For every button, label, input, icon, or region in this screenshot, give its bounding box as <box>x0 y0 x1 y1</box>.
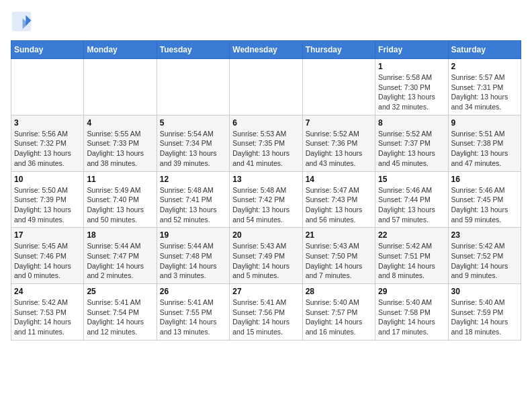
day-number: 9 <box>451 118 518 128</box>
calendar-cell: 10Sunrise: 5:50 AMSunset: 7:39 PMDayligh… <box>11 171 84 228</box>
day-number: 27 <box>232 287 299 296</box>
calendar-cell: 30Sunrise: 5:40 AMSunset: 7:59 PMDayligh… <box>448 284 521 340</box>
calendar-cell: 8Sunrise: 5:52 AMSunset: 7:37 PMDaylight… <box>375 115 448 171</box>
day-info: Sunrise: 5:56 AMSunset: 7:32 PMDaylight:… <box>14 129 81 169</box>
calendar-cell: 1Sunrise: 5:58 AMSunset: 7:30 PMDaylight… <box>375 59 448 116</box>
calendar-cell: 19Sunrise: 5:44 AMSunset: 7:48 PMDayligh… <box>157 228 229 284</box>
day-number: 11 <box>87 175 153 184</box>
day-number: 19 <box>160 230 226 240</box>
calendar-cell: 15Sunrise: 5:46 AMSunset: 7:44 PMDayligh… <box>375 171 448 228</box>
calendar-table: SundayMondayTuesdayWednesdayThursdayFrid… <box>11 40 521 340</box>
calendar-header-wednesday: Wednesday <box>230 41 302 59</box>
day-number: 10 <box>14 175 81 184</box>
day-number: 5 <box>160 118 226 128</box>
calendar-cell: 7Sunrise: 5:52 AMSunset: 7:36 PMDaylight… <box>302 115 375 171</box>
day-number: 2 <box>451 62 518 71</box>
day-info: Sunrise: 5:41 AMSunset: 7:56 PMDaylight:… <box>232 298 299 337</box>
day-info: Sunrise: 5:48 AMSunset: 7:41 PMDaylight:… <box>160 185 226 225</box>
logo-icon <box>11 11 32 32</box>
page-header <box>11 11 521 32</box>
day-info: Sunrise: 5:40 AMSunset: 7:57 PMDaylight:… <box>306 298 372 337</box>
day-info: Sunrise: 5:58 AMSunset: 7:30 PMDaylight:… <box>378 73 445 112</box>
calendar-header-thursday: Thursday <box>302 41 375 59</box>
day-info: Sunrise: 5:57 AMSunset: 7:31 PMDaylight:… <box>451 73 518 112</box>
day-number: 18 <box>87 230 153 240</box>
day-number: 23 <box>451 230 518 240</box>
day-number: 4 <box>87 118 153 128</box>
day-info: Sunrise: 5:46 AMSunset: 7:44 PMDaylight:… <box>378 185 445 225</box>
day-info: Sunrise: 5:46 AMSunset: 7:45 PMDaylight:… <box>451 185 518 225</box>
calendar-cell: 20Sunrise: 5:43 AMSunset: 7:49 PMDayligh… <box>230 228 302 284</box>
calendar-cell <box>84 59 157 116</box>
day-info: Sunrise: 5:42 AMSunset: 7:51 PMDaylight:… <box>378 241 445 281</box>
calendar-header-sunday: Sunday <box>11 41 84 59</box>
day-number: 6 <box>232 118 299 128</box>
logo <box>11 11 36 32</box>
calendar-header-monday: Monday <box>84 41 157 59</box>
calendar-cell: 12Sunrise: 5:48 AMSunset: 7:41 PMDayligh… <box>157 171 229 228</box>
day-info: Sunrise: 5:54 AMSunset: 7:34 PMDaylight:… <box>160 129 226 169</box>
day-info: Sunrise: 5:40 AMSunset: 7:58 PMDaylight:… <box>378 298 445 337</box>
calendar-cell: 21Sunrise: 5:43 AMSunset: 7:50 PMDayligh… <box>302 228 375 284</box>
day-info: Sunrise: 5:55 AMSunset: 7:33 PMDaylight:… <box>87 129 153 169</box>
day-number: 29 <box>378 287 445 296</box>
day-info: Sunrise: 5:42 AMSunset: 7:53 PMDaylight:… <box>14 298 81 337</box>
day-number: 28 <box>306 287 372 296</box>
calendar-cell: 27Sunrise: 5:41 AMSunset: 7:56 PMDayligh… <box>230 284 302 340</box>
day-number: 8 <box>378 118 445 128</box>
calendar-week-1: 1Sunrise: 5:58 AMSunset: 7:30 PMDaylight… <box>11 59 521 116</box>
day-info: Sunrise: 5:43 AMSunset: 7:50 PMDaylight:… <box>306 241 372 281</box>
calendar-cell <box>157 59 229 116</box>
day-number: 26 <box>160 287 226 296</box>
day-number: 17 <box>14 230 81 240</box>
calendar-cell: 14Sunrise: 5:47 AMSunset: 7:43 PMDayligh… <box>302 171 375 228</box>
day-info: Sunrise: 5:44 AMSunset: 7:47 PMDaylight:… <box>87 241 153 281</box>
calendar-week-3: 10Sunrise: 5:50 AMSunset: 7:39 PMDayligh… <box>11 171 521 228</box>
calendar-header-tuesday: Tuesday <box>157 41 229 59</box>
calendar-cell: 11Sunrise: 5:49 AMSunset: 7:40 PMDayligh… <box>84 171 157 228</box>
calendar-cell: 22Sunrise: 5:42 AMSunset: 7:51 PMDayligh… <box>375 228 448 284</box>
calendar-cell: 28Sunrise: 5:40 AMSunset: 7:57 PMDayligh… <box>302 284 375 340</box>
day-info: Sunrise: 5:50 AMSunset: 7:39 PMDaylight:… <box>14 185 81 225</box>
calendar-cell <box>230 59 302 116</box>
calendar-cell: 2Sunrise: 5:57 AMSunset: 7:31 PMDaylight… <box>448 59 521 116</box>
day-number: 7 <box>306 118 372 128</box>
day-info: Sunrise: 5:42 AMSunset: 7:52 PMDaylight:… <box>451 241 518 281</box>
calendar-cell: 6Sunrise: 5:53 AMSunset: 7:35 PMDaylight… <box>230 115 302 171</box>
calendar-cell: 24Sunrise: 5:42 AMSunset: 7:53 PMDayligh… <box>11 284 84 340</box>
day-info: Sunrise: 5:51 AMSunset: 7:38 PMDaylight:… <box>451 129 518 169</box>
calendar-week-4: 17Sunrise: 5:45 AMSunset: 7:46 PMDayligh… <box>11 228 521 284</box>
day-info: Sunrise: 5:49 AMSunset: 7:40 PMDaylight:… <box>87 185 153 225</box>
day-number: 16 <box>451 175 518 184</box>
calendar-week-5: 24Sunrise: 5:42 AMSunset: 7:53 PMDayligh… <box>11 284 521 340</box>
day-info: Sunrise: 5:41 AMSunset: 7:54 PMDaylight:… <box>87 298 153 337</box>
day-info: Sunrise: 5:48 AMSunset: 7:42 PMDaylight:… <box>232 185 299 225</box>
day-info: Sunrise: 5:41 AMSunset: 7:55 PMDaylight:… <box>160 298 226 337</box>
calendar-cell: 5Sunrise: 5:54 AMSunset: 7:34 PMDaylight… <box>157 115 229 171</box>
day-number: 25 <box>87 287 153 296</box>
calendar-cell: 16Sunrise: 5:46 AMSunset: 7:45 PMDayligh… <box>448 171 521 228</box>
calendar-week-2: 3Sunrise: 5:56 AMSunset: 7:32 PMDaylight… <box>11 115 521 171</box>
calendar-cell <box>11 59 84 116</box>
day-number: 12 <box>160 175 226 184</box>
day-info: Sunrise: 5:43 AMSunset: 7:49 PMDaylight:… <box>232 241 299 281</box>
day-number: 3 <box>14 118 81 128</box>
calendar-cell: 17Sunrise: 5:45 AMSunset: 7:46 PMDayligh… <box>11 228 84 284</box>
day-number: 22 <box>378 230 445 240</box>
calendar-header-row: SundayMondayTuesdayWednesdayThursdayFrid… <box>11 41 521 59</box>
calendar-cell: 29Sunrise: 5:40 AMSunset: 7:58 PMDayligh… <box>375 284 448 340</box>
calendar-header-friday: Friday <box>375 41 448 59</box>
calendar-cell: 3Sunrise: 5:56 AMSunset: 7:32 PMDaylight… <box>11 115 84 171</box>
calendar-cell: 18Sunrise: 5:44 AMSunset: 7:47 PMDayligh… <box>84 228 157 284</box>
calendar-cell: 26Sunrise: 5:41 AMSunset: 7:55 PMDayligh… <box>157 284 229 340</box>
calendar-header-saturday: Saturday <box>448 41 521 59</box>
day-number: 13 <box>232 175 299 184</box>
day-number: 24 <box>14 287 81 296</box>
day-number: 20 <box>232 230 299 240</box>
day-info: Sunrise: 5:40 AMSunset: 7:59 PMDaylight:… <box>451 298 518 337</box>
calendar-cell: 25Sunrise: 5:41 AMSunset: 7:54 PMDayligh… <box>84 284 157 340</box>
day-number: 14 <box>306 175 372 184</box>
day-info: Sunrise: 5:47 AMSunset: 7:43 PMDaylight:… <box>306 185 372 225</box>
day-number: 1 <box>378 62 445 71</box>
calendar-cell <box>302 59 375 116</box>
